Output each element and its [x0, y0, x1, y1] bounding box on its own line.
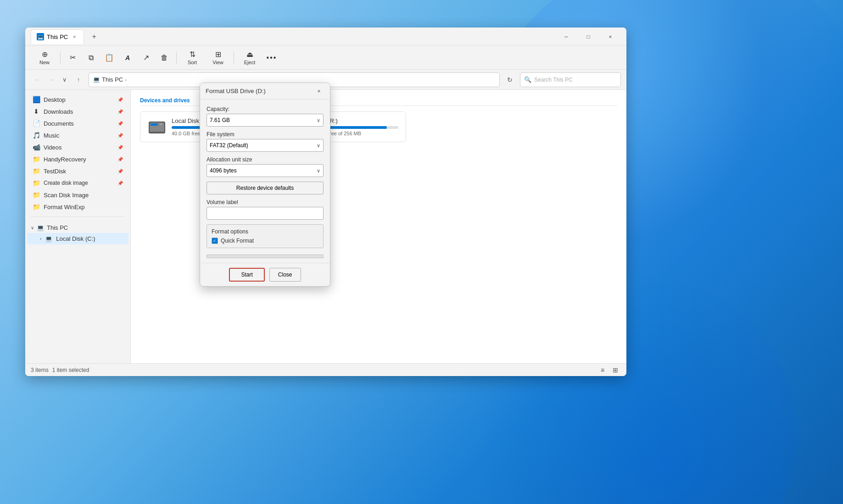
checkbox-check-icon: ✓	[213, 238, 217, 243]
allocation-field: Allocation unit size 4096 bytes ∨	[207, 156, 324, 177]
capacity-arrow: ∨	[317, 117, 320, 123]
dialog-body: Capacity: 7.61 GB ∨ File system FAT32 (D…	[200, 100, 330, 263]
restore-defaults-button[interactable]: Restore device defaults	[207, 182, 324, 194]
volume-label-field: Volume label	[207, 199, 324, 220]
filesystem-select[interactable]: FAT32 (Default) ∨	[207, 139, 324, 152]
capacity-select[interactable]: 7.61 GB ∨	[207, 114, 324, 127]
filesystem-value: FAT32 (Default)	[210, 142, 248, 149]
quick-format-label: Quick Format	[221, 238, 254, 244]
allocation-arrow: ∨	[317, 168, 320, 174]
quick-format-row: ✓ Quick Format	[212, 238, 318, 244]
volume-label-label: Volume label	[207, 199, 324, 205]
progress-bar	[207, 255, 324, 258]
restore-row: Restore device defaults	[207, 182, 324, 194]
start-button[interactable]: Start	[229, 268, 264, 282]
capacity-label: Capacity:	[207, 106, 324, 112]
quick-format-checkbox[interactable]: ✓	[212, 238, 218, 244]
allocation-value: 4096 bytes	[210, 167, 237, 174]
volume-label-input[interactable]	[207, 207, 324, 220]
format-options-title: Format options	[212, 228, 318, 235]
explorer-window: 💻 This PC × + ─ □ × ⊕ New ✂ ⧉ 📋 A	[25, 28, 626, 376]
filesystem-label: File system	[207, 131, 324, 138]
dialog-title: Format USB Drive (D:)	[206, 88, 313, 94]
allocation-select[interactable]: 4096 bytes ∨	[207, 164, 324, 177]
filesystem-field: File system FAT32 (Default) ∨	[207, 131, 324, 152]
dialog-footer: Start Close	[200, 263, 330, 286]
dialog-close-button[interactable]: ×	[313, 86, 324, 97]
capacity-value: 7.61 GB	[210, 117, 230, 123]
close-dialog-button[interactable]: Close	[269, 268, 301, 282]
format-options-section: Format options ✓ Quick Format	[207, 224, 324, 248]
capacity-field: Capacity: 7.61 GB ∨	[207, 106, 324, 127]
format-dialog: Format USB Drive (D:) × Capacity: 7.61 G…	[200, 83, 330, 287]
dialog-overlay: Format USB Drive (D:) × Capacity: 7.61 G…	[25, 28, 626, 376]
dialog-title-bar: Format USB Drive (D:) ×	[200, 83, 330, 100]
allocation-label: Allocation unit size	[207, 156, 324, 163]
filesystem-arrow: ∨	[317, 143, 320, 149]
